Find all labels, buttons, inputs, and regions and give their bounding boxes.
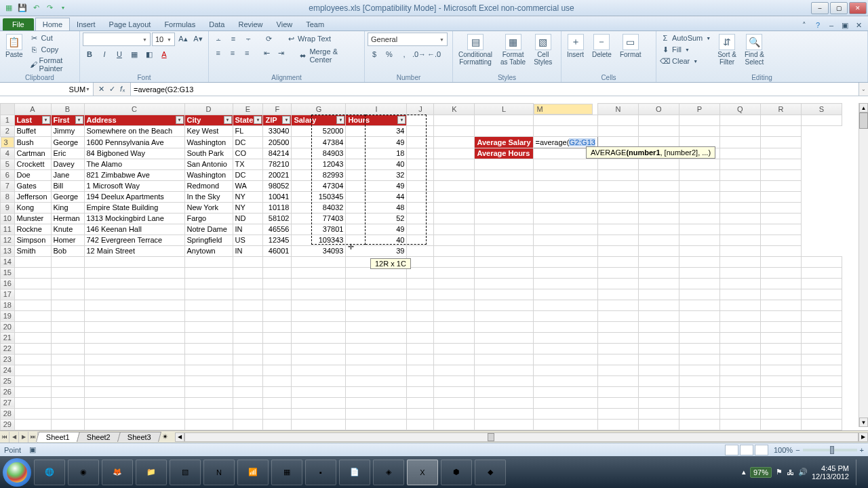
cell[interactable]: 40 xyxy=(346,235,407,245)
row-header-18[interactable]: 18 xyxy=(1,300,15,310)
taskbar-app2[interactable]: ▦ xyxy=(271,460,302,485)
cell[interactable]: 150345 xyxy=(292,191,346,202)
cell[interactable]: Anytown xyxy=(184,245,233,256)
sheet-prev-icon[interactable]: ◀ xyxy=(9,432,19,443)
row-header-2[interactable]: 2 xyxy=(1,125,15,136)
taskbar-app3[interactable]: ◈ xyxy=(373,460,404,485)
cell[interactable]: 47384 xyxy=(292,136,346,148)
col-header-A[interactable]: A xyxy=(14,104,51,115)
row-header-5[interactable]: 5 xyxy=(1,159,15,169)
sheet-tab-2[interactable]: Sheet2 xyxy=(77,432,121,442)
currency-icon[interactable]: $ xyxy=(368,48,381,60)
cell[interactable]: 84214 xyxy=(263,148,292,159)
row-header-13[interactable]: 13 xyxy=(1,245,15,256)
indent-inc-icon[interactable]: ⇥ xyxy=(275,47,288,59)
sheet-first-icon[interactable]: ⏮ xyxy=(0,432,9,443)
table-header-first[interactable]: First▼ xyxy=(51,115,84,125)
cell[interactable]: Springfield xyxy=(184,235,233,245)
sheet-tab-1[interactable]: Sheet1 xyxy=(36,432,80,442)
normal-view-button[interactable] xyxy=(725,445,738,455)
cell[interactable]: 109343 xyxy=(292,235,346,245)
minimize-ribbon-icon[interactable]: ˄ xyxy=(799,20,810,30)
increase-decimal-icon[interactable]: .0→ xyxy=(412,48,426,60)
cell[interactable]: 52 xyxy=(346,213,407,224)
help-icon[interactable]: ? xyxy=(812,20,823,30)
taskbar-firefox[interactable]: 🦊 xyxy=(102,460,133,485)
row-header-10[interactable]: 10 xyxy=(1,213,15,224)
macro-record-icon[interactable]: ▣ xyxy=(29,445,36,454)
col-header-I[interactable]: I xyxy=(346,104,407,115)
cell[interactable]: King xyxy=(51,202,84,213)
taskbar-app1[interactable]: ▧ xyxy=(170,460,201,485)
vertical-scrollbar[interactable]: ▲ ▼ xyxy=(859,103,868,427)
delete-cells-button[interactable]: －Delete xyxy=(589,33,614,60)
col-header-L[interactable]: L xyxy=(475,104,533,115)
tab-data[interactable]: Data xyxy=(202,18,231,30)
cell[interactable]: New York xyxy=(184,202,233,213)
cell[interactable]: DC xyxy=(233,169,263,180)
cell[interactable]: Davey xyxy=(51,159,84,169)
font-size-select[interactable]: 10▼ xyxy=(152,33,175,46)
cell[interactable]: 77403 xyxy=(292,213,346,224)
cell[interactable]: 32 xyxy=(346,169,407,180)
zoom-level[interactable]: 100% xyxy=(774,446,793,454)
cell[interactable]: Redmond xyxy=(184,180,233,191)
name-box[interactable]: SUM▼ xyxy=(0,83,94,96)
scroll-left-icon[interactable]: ◀ xyxy=(175,432,184,442)
cell[interactable]: 39 xyxy=(346,245,407,256)
cell[interactable]: 78210 xyxy=(263,159,292,169)
table-header-last[interactable]: Last▼ xyxy=(14,115,51,125)
row-header-26[interactable]: 26 xyxy=(1,386,15,397)
italic-button[interactable]: I xyxy=(98,48,111,60)
tab-team[interactable]: Team xyxy=(299,18,331,30)
row-header-6[interactable]: 6 xyxy=(1,169,15,180)
fill-button[interactable]: ⬇Fill▼ xyxy=(659,44,712,55)
row-header-12[interactable]: 12 xyxy=(1,235,15,245)
col-header-O[interactable]: O xyxy=(638,104,679,115)
format-painter-button[interactable]: 🖌Format Painter xyxy=(28,56,77,73)
hscroll-thumb[interactable] xyxy=(488,433,494,441)
row-header-28[interactable]: 28 xyxy=(1,408,15,419)
row-header-3[interactable]: 3 xyxy=(1,137,14,148)
grow-font-icon[interactable]: A▴ xyxy=(176,33,190,45)
scroll-right-icon[interactable]: ▶ xyxy=(859,432,868,442)
zoom-out-icon[interactable]: − xyxy=(795,446,800,454)
zoom-slider[interactable] xyxy=(803,449,857,451)
tray-clock[interactable]: 4:45 PM 12/13/2012 xyxy=(812,464,849,481)
col-header-N[interactable]: N xyxy=(597,104,638,115)
cell[interactable]: 10041 xyxy=(263,191,292,202)
merge-center-button[interactable]: ⬌Merge & Center xyxy=(297,47,361,64)
cell[interactable]: 46556 xyxy=(263,224,292,235)
align-top-icon[interactable]: ⫠ xyxy=(212,33,225,45)
filter-dropdown-icon[interactable]: ▼ xyxy=(282,116,290,124)
cell[interactable]: Gates xyxy=(14,180,51,191)
row-header-11[interactable]: 11 xyxy=(1,224,15,235)
workbook-restore-icon[interactable]: ▣ xyxy=(840,20,850,30)
cell[interactable]: 20021 xyxy=(263,169,292,180)
cell[interactable]: IN xyxy=(233,224,263,235)
comma-icon[interactable]: , xyxy=(397,48,411,60)
cell[interactable]: 18 xyxy=(346,148,407,159)
cell[interactable]: 1313 Mockingbird Lane xyxy=(84,213,184,224)
row-header-22[interactable]: 22 xyxy=(1,343,15,354)
font-color-button[interactable]: A xyxy=(157,48,171,60)
cell[interactable]: Rockne xyxy=(14,224,51,235)
col-header-Q[interactable]: Q xyxy=(719,104,760,115)
table-header-address[interactable]: Address▼ xyxy=(84,115,184,125)
cell[interactable]: Herman xyxy=(51,213,84,224)
cell[interactable]: 98052 xyxy=(263,180,292,191)
vscroll-thumb[interactable] xyxy=(859,113,868,129)
cell[interactable]: Jane xyxy=(51,169,84,180)
cell[interactable]: 44 xyxy=(346,191,407,202)
worksheet[interactable]: ABCDEFGIJKLMNOPQRS1Last▼First▼Address▼Ci… xyxy=(0,103,868,439)
table-header-state[interactable]: State▼ xyxy=(233,115,263,125)
select-all-corner[interactable] xyxy=(1,104,15,115)
cell[interactable]: Notre Dame xyxy=(184,224,233,235)
cell[interactable]: Somewhere on the Beach xyxy=(84,125,184,136)
cell[interactable]: 821 Zimbabwe Ave xyxy=(84,169,184,180)
taskbar-app5[interactable]: ◆ xyxy=(475,460,506,485)
row-header-23[interactable]: 23 xyxy=(1,354,15,365)
clear-button[interactable]: ⌫Clear▼ xyxy=(659,56,712,66)
cell[interactable]: 40 xyxy=(346,159,407,169)
cell[interactable]: Cartman xyxy=(14,148,51,159)
